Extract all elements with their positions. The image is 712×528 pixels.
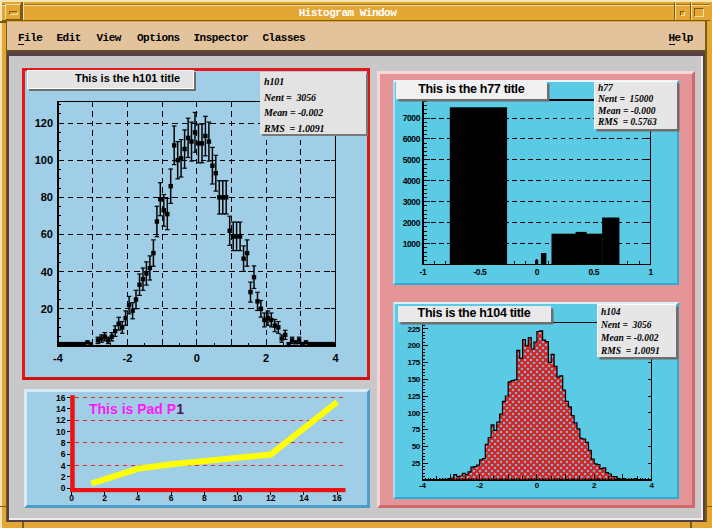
svg-text:2: 2 [592,481,597,490]
svg-text:8: 8 [61,438,66,448]
svg-text:25: 25 [412,459,421,468]
svg-text:100: 100 [408,409,421,418]
svg-text:4000: 4000 [403,176,421,186]
svg-text:-4: -4 [419,481,426,490]
svg-text:75: 75 [412,425,421,434]
svg-text:1: 1 [648,267,653,277]
svg-text:14: 14 [56,404,66,414]
svg-text:4: 4 [136,493,141,503]
svg-text:2: 2 [102,493,107,503]
svg-text:1000: 1000 [403,239,421,249]
svg-text:8: 8 [202,493,207,503]
svg-text:-4: -4 [53,352,64,364]
svg-text:225: 225 [408,325,421,334]
svg-text:7000: 7000 [403,113,421,123]
svg-text:6: 6 [169,493,174,503]
svg-text:0: 0 [69,493,74,503]
svg-text:-2: -2 [476,481,483,490]
svg-text:0.5: 0.5 [588,267,599,277]
svg-text:120: 120 [35,117,53,129]
svg-text:4: 4 [332,352,339,364]
svg-text:5000: 5000 [403,155,421,165]
svg-text:125: 125 [408,392,421,401]
svg-text:6000: 6000 [403,134,421,144]
svg-text:-2: -2 [123,352,133,364]
svg-text:10: 10 [233,493,243,503]
svg-text:14: 14 [299,493,309,503]
svg-text:16: 16 [332,493,342,503]
svg-text:-0.5: -0.5 [473,267,487,277]
svg-text:100: 100 [35,154,53,166]
svg-text:0: 0 [61,483,66,493]
svg-text:12: 12 [266,493,276,503]
svg-text:12: 12 [56,415,66,425]
svg-text:150: 150 [408,375,421,384]
svg-text:2: 2 [263,352,269,364]
svg-text:10: 10 [56,427,66,437]
svg-text:-1: -1 [420,267,427,277]
svg-text:0: 0 [194,352,200,364]
svg-text:40: 40 [41,266,53,278]
svg-text:2: 2 [61,472,66,482]
svg-text:60: 60 [41,228,53,240]
svg-text:20: 20 [41,303,53,315]
svg-text:4: 4 [649,481,654,490]
svg-text:6: 6 [61,449,66,459]
svg-text:16: 16 [56,393,66,403]
svg-text:3000: 3000 [403,197,421,207]
svg-text:80: 80 [41,191,53,203]
svg-text:200: 200 [408,341,421,350]
svg-text:4: 4 [61,461,66,471]
svg-text:50: 50 [412,442,421,451]
svg-text:2000: 2000 [403,218,421,228]
svg-text:175: 175 [408,358,421,367]
svg-text:0: 0 [535,481,540,490]
svg-text:0: 0 [535,267,540,277]
